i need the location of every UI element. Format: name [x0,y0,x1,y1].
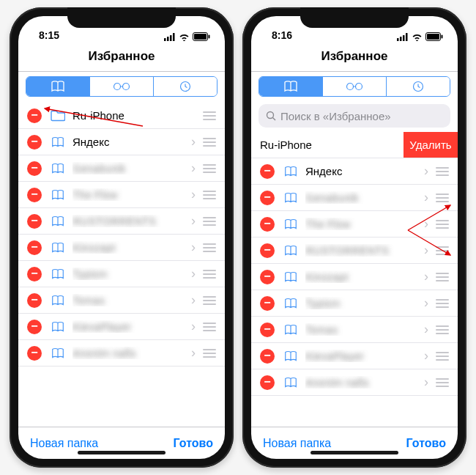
list-row[interactable]: −The Flow› [251,211,458,238]
delete-toggle[interactable]: − [27,346,42,361]
delete-toggle[interactable]: − [27,214,42,229]
list-row[interactable]: −Ru-iPhone [18,103,225,129]
segmented-control[interactable] [26,76,217,97]
svg-rect-1 [167,37,169,41]
drag-handle[interactable] [203,111,216,120]
svg-point-7 [114,84,121,90]
list-row[interactable]: −RUSTORRENTS› [251,238,458,264]
list-row[interactable]: −KievaPlayer› [18,314,225,340]
delete-toggle[interactable]: − [260,164,275,179]
delete-toggle[interactable]: − [27,108,42,123]
segment-history[interactable] [153,77,217,96]
list-row[interactable]: −Typism› [18,261,225,287]
drag-handle[interactable] [203,191,216,199]
delete-toggle[interactable]: − [27,267,42,281]
bookmark-icon [51,163,65,174]
chevron-right-icon: › [191,319,196,334]
svg-point-8 [123,84,130,90]
list-row[interactable]: −RUSTORRENTS› [18,208,225,235]
delete-toggle[interactable]: − [260,323,275,337]
swipe-delete-row[interactable]: Ru-iPhone Удалить [251,132,458,158]
segment-bookmarks[interactable] [259,77,322,96]
delete-toggle[interactable]: − [260,217,275,232]
drag-handle[interactable] [203,217,216,226]
list-row[interactable]: −Genabunik› [251,185,458,211]
drag-handle[interactable] [203,323,216,331]
chevron-right-icon: › [191,266,196,281]
clock-icon [179,81,191,92]
list-row[interactable]: −Яндекс› [251,158,458,185]
status-icons [164,32,210,41]
segment-bookmarks[interactable] [26,77,89,96]
list-row[interactable]: −Tomas› [251,317,458,343]
chevron-right-icon: › [424,295,428,311]
row-label: The Flow [305,218,424,230]
delete-toggle[interactable]: − [27,293,42,308]
new-folder-button[interactable]: Новая папка [30,437,98,450]
list-row[interactable]: −Anonim nafis› [18,340,225,367]
page-title: Избранное [89,49,155,64]
drag-handle[interactable] [203,243,216,252]
drag-handle[interactable] [436,299,449,308]
notch [67,7,176,28]
delete-button[interactable]: Удалить [404,132,458,158]
drag-handle[interactable] [203,349,216,358]
nav-header: Избранное [251,41,458,72]
segment-history[interactable] [386,77,450,96]
list-row[interactable]: −Kinozapt› [18,235,225,261]
folder-icon [51,110,65,122]
bookmark-icon [283,324,298,336]
bookmark-icon [51,347,65,359]
bookmark-icon [283,218,298,230]
drag-handle[interactable] [203,138,216,147]
segment-reading-list[interactable] [89,77,153,96]
list-row[interactable]: −Genabunik› [18,155,225,182]
drag-handle[interactable] [436,246,449,255]
drag-handle[interactable] [203,164,216,173]
bookmark-icon [283,192,298,204]
row-label: The Flow [72,188,191,201]
delete-toggle[interactable]: − [260,270,275,284]
segmented-control[interactable] [259,76,450,97]
list-row[interactable]: −Typism› [251,290,458,317]
done-button[interactable]: Готово [406,437,446,450]
delete-toggle[interactable]: − [260,349,275,364]
list-row[interactable]: −The Flow› [18,182,225,208]
drag-handle[interactable] [436,325,449,334]
list-row[interactable]: −Kinozapt› [251,264,458,290]
chevron-right-icon: › [424,322,428,337]
phone-mock-right: 8:16 Избранное Поиск в «Избранное» [242,7,466,468]
new-folder-button[interactable]: Новая папка [263,437,331,450]
list-row[interactable]: −Яндекс› [18,129,225,155]
drag-handle[interactable] [436,352,449,361]
svg-point-18 [347,84,354,90]
drag-handle[interactable] [436,273,449,281]
drag-handle[interactable] [203,270,216,279]
done-button[interactable]: Готово [174,437,213,450]
delete-toggle[interactable]: − [260,375,275,390]
drag-handle[interactable] [436,194,449,202]
status-time: 8:16 [272,29,292,41]
drag-handle[interactable] [203,296,216,305]
delete-toggle[interactable]: − [260,296,275,311]
drag-handle[interactable] [436,167,449,176]
bookmark-icon [283,245,298,257]
list-row[interactable]: −Tomas› [18,287,225,314]
drag-handle[interactable] [436,378,449,387]
search-icon [266,111,276,121]
list-row[interactable]: −Anonim nafis› [251,369,458,396]
delete-toggle[interactable]: − [27,240,42,255]
search-field[interactable]: Поиск в «Избранное» [259,104,450,128]
segment-reading-list[interactable] [322,77,386,96]
chevron-right-icon: › [424,243,428,258]
drag-handle[interactable] [436,220,449,229]
delete-toggle[interactable]: − [27,161,42,176]
delete-toggle[interactable]: − [260,191,275,205]
delete-toggle[interactable]: − [27,320,42,334]
chevron-right-icon: › [191,345,196,361]
list-row[interactable]: −KievaPlayer› [251,343,458,369]
delete-toggle[interactable]: − [260,243,275,258]
chevron-right-icon: › [191,213,196,229]
delete-toggle[interactable]: − [27,135,42,150]
delete-toggle[interactable]: − [27,188,42,202]
